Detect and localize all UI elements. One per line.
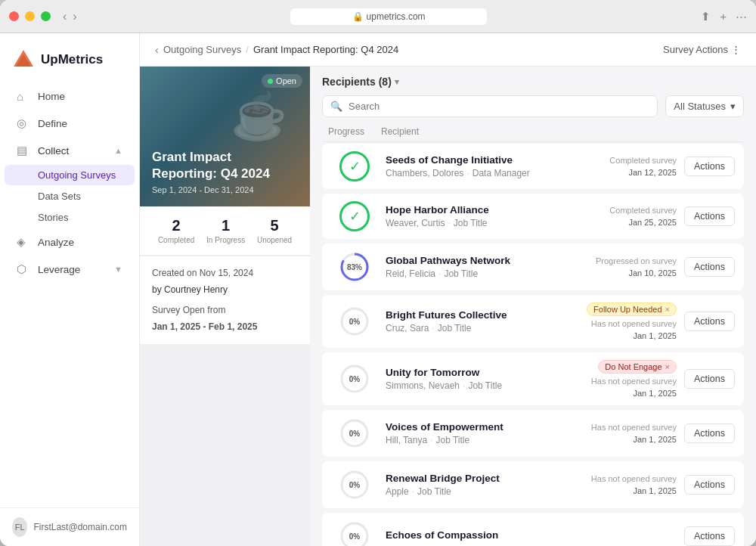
separator: ·	[463, 380, 465, 391]
progress-text: 83%	[347, 263, 362, 271]
footer-email: FirstLast@domain.com	[33, 522, 127, 532]
actions-button[interactable]: Actions	[684, 312, 735, 331]
survey-meta: Created on Nov 15, 2024 by Courtney Henr…	[140, 256, 310, 344]
do-not-engage-tag: Do Not Engage ×	[598, 360, 677, 374]
tag-close-icon[interactable]: ×	[665, 305, 670, 314]
recipient-sub: Simmons, Nevaeh·Job Title	[386, 380, 584, 391]
home-icon: ⌂	[17, 90, 30, 103]
leverage-icon: ⬡	[17, 262, 30, 276]
recipient-name: Echoes of Compassion	[386, 529, 669, 541]
recipient-name: Bright Futures Collective	[386, 309, 579, 321]
recipient-status: Completed survey Jan 25, 2025	[609, 206, 677, 227]
table-row: 0% Voices of Empowerment Hill, Tanya·Job…	[322, 410, 744, 457]
traffic-lights	[9, 11, 51, 21]
back-icon[interactable]: ‹	[63, 10, 67, 23]
add-tab-icon[interactable]: +	[720, 10, 727, 23]
actions-button[interactable]: Actions	[684, 423, 735, 443]
address-bar-container: 🔒 upmetrics.com	[77, 8, 702, 25]
status-label: Completed survey	[609, 206, 677, 215]
separator: ·	[432, 323, 434, 333]
sidebar-item-outgoing-surveys[interactable]: Outgoing Surveys	[5, 165, 135, 185]
recipient-name: Seeds of Change Initiative	[386, 154, 602, 166]
tag-close-icon[interactable]: ×	[665, 362, 670, 371]
progress-circle: 0%	[339, 520, 370, 546]
recipient-info: Seeds of Change Initiative Chambers, Dol…	[378, 154, 609, 178]
progress-col: 0%	[331, 363, 378, 395]
actions-button[interactable]: Actions	[684, 526, 735, 546]
survey-panel: ☕ Open Grant Impact Reporting: Q4 2024 S…	[140, 67, 310, 546]
share-icon[interactable]: ⬆	[701, 10, 711, 23]
coffee-cup-decoration: ☕	[231, 89, 287, 143]
table-row: 83% Global Pathways Network Reid, Felici…	[322, 244, 744, 290]
browser-controls: ⬆ + ⋯	[701, 10, 747, 23]
actions-button[interactable]: Actions	[684, 369, 735, 389]
sidebar-label-home: Home	[38, 91, 65, 102]
recipient-status: Has not opened survey Jan 1, 2025	[591, 423, 677, 444]
sidebar-item-home[interactable]: ⌂ Home	[5, 84, 135, 109]
progress-complete-icon: ✓	[339, 151, 370, 181]
stat-unopened: 5 Unopened	[257, 217, 292, 244]
table-row: 0% Renewal Bridge Project Apple·Job Titl…	[322, 461, 744, 508]
progress-circle: 0%	[339, 417, 370, 449]
table-row: 0% Echoes of Compassion Actions	[322, 513, 744, 546]
recipients-chevron-icon[interactable]: ▾	[395, 77, 399, 87]
actions-button[interactable]: Actions	[684, 257, 735, 277]
sidebar-label-leverage: Leverage	[38, 264, 80, 275]
progress-circle: 83%	[339, 251, 370, 283]
table-header: Progress Recipient	[322, 126, 744, 142]
status-filter[interactable]: All Statuses ▾	[665, 95, 744, 117]
recipient-name: Unity for Tomorrow	[386, 367, 584, 378]
recipient-sub: Hill, Tanya·Job Title	[386, 435, 584, 445]
back-arrow-icon[interactable]: ‹	[155, 43, 159, 56]
survey-actions-label: Survey Actions	[663, 44, 728, 55]
actions-button[interactable]: Actions	[684, 157, 735, 176]
more-icon[interactable]: ⋯	[736, 10, 747, 23]
breadcrumb-parent[interactable]: Outgoing Surveys	[163, 44, 241, 55]
close-button[interactable]	[9, 11, 19, 21]
recipient-name: Renewal Bridge Project	[386, 473, 584, 484]
stat-in-progress-num: 1	[206, 217, 245, 234]
recipient-status: Follow Up Needed × Has not opened survey…	[587, 302, 677, 340]
progress-text: 0%	[349, 532, 360, 541]
stat-completed-label: Completed	[158, 236, 194, 244]
content-area: ☕ Open Grant Impact Reporting: Q4 2024 S…	[140, 67, 756, 546]
actions-button[interactable]: Actions	[684, 206, 735, 226]
breadcrumb-bar: ‹ Outgoing Surveys / Grant Impact Report…	[140, 33, 756, 67]
sidebar-item-define[interactable]: ◎ Define	[5, 110, 135, 136]
recipients-header: Recipients (8) ▾	[322, 76, 744, 88]
recipients-list: ✓ Seeds of Change Initiative Chambers, D…	[322, 144, 744, 546]
progress-text: 0%	[349, 430, 360, 438]
search-input[interactable]	[349, 101, 649, 112]
progress-col: 0%	[331, 520, 378, 546]
stat-unopened-label: Unopened	[257, 236, 292, 244]
progress-col: ✓	[331, 201, 378, 231]
progress-text: 0%	[349, 375, 360, 383]
app-shell: UpMetrics ⌂ Home ◎ Define ▤ Collect ▲ Ou…	[0, 33, 756, 546]
collect-submenu: Outgoing Surveys Data Sets Stories	[0, 164, 139, 228]
avatar: FL	[12, 517, 27, 537]
open-label: Open	[276, 76, 296, 85]
recipient-status: Has not opened survey Jan 1, 2025	[591, 474, 677, 495]
progress-col: ✓	[331, 151, 378, 181]
progress-col: 0%	[331, 306, 378, 337]
survey-actions-button[interactable]: Survey Actions ⋮	[663, 44, 741, 55]
separator: ·	[448, 218, 450, 228]
sidebar-item-data-sets[interactable]: Data Sets	[5, 186, 135, 206]
sidebar-item-collect[interactable]: ▤ Collect ▲	[5, 138, 135, 163]
separator: ·	[438, 268, 441, 279]
actions-button[interactable]: Actions	[684, 475, 735, 495]
status-date: Jan 12, 2025	[628, 168, 677, 177]
status-filter-chevron-icon: ▾	[730, 101, 736, 112]
stat-completed: 2 Completed	[158, 217, 194, 244]
sidebar-item-stories[interactable]: Stories	[5, 207, 135, 228]
status-date: Jan 25, 2025	[628, 218, 677, 227]
sidebar-item-leverage[interactable]: ⬡ Leverage ▼	[5, 256, 135, 282]
fullscreen-button[interactable]	[41, 11, 51, 21]
sidebar-item-analyze[interactable]: ◈ Analyze	[5, 229, 135, 255]
minimize-button[interactable]	[25, 11, 35, 21]
recipient-status: Completed survey Jan 12, 2025	[609, 156, 677, 177]
address-bar[interactable]: 🔒 upmetrics.com	[290, 8, 487, 25]
survey-created-label: Created on Nov 15, 2024	[152, 265, 298, 282]
recipient-info: Global Pathways Network Reid, Felicia·Jo…	[378, 255, 596, 279]
sidebar-label-collect: Collect	[38, 145, 69, 157]
